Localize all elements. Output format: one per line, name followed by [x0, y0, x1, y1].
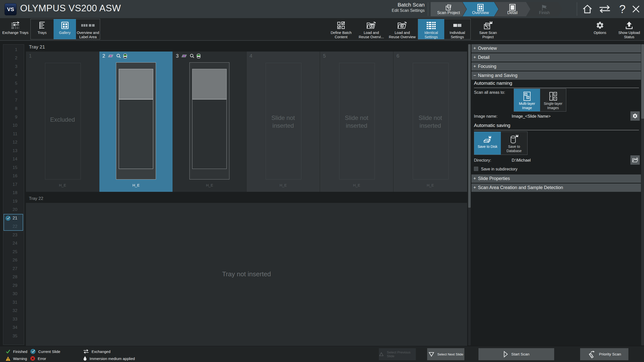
exchange-trays-button[interactable]: Exchange Trays: [2, 19, 29, 39]
folder-reuse-image-icon: [397, 21, 407, 30]
slide-slot-2[interactable]: 2 H_E: [99, 52, 173, 192]
help-icon[interactable]: ?: [617, 4, 628, 15]
tray-list-item-11[interactable]: 11: [3, 130, 24, 138]
start-scan-button[interactable]: Start Scan: [478, 348, 554, 360]
tray-list-item-30[interactable]: 30: [3, 290, 24, 298]
section-label: Scan Area Creation and Sample Detection: [478, 185, 563, 190]
select-previous-slide-button[interactable]: Select Previous Slide: [379, 348, 416, 360]
tray-list-item-9[interactable]: 9: [3, 113, 24, 121]
tray-list-item-29[interactable]: 29: [3, 281, 24, 290]
layer-mode-group: Multi-layer Image Single-layer Images: [514, 88, 566, 112]
tray-list-item-17[interactable]: 17: [3, 180, 24, 189]
gallery-icon: [61, 21, 69, 30]
priority-scan-button[interactable]: Priority Scan: [580, 348, 628, 360]
image-name-label: Image name:: [474, 114, 497, 119]
save-subdirectory-checkbox[interactable]: [474, 167, 478, 171]
tray-list-item-21[interactable]: 21: [3, 214, 24, 222]
tray-list-item-24[interactable]: 24: [3, 239, 24, 248]
tray-list-item-14[interactable]: 14: [3, 155, 24, 164]
slide-slot-3[interactable]: 3 H_E: [173, 52, 247, 192]
step-finish[interactable]: Finish: [527, 2, 562, 16]
define-batch-content-button[interactable]: Define Batch Content: [327, 19, 355, 39]
tray-list-item-6[interactable]: 6: [3, 88, 24, 96]
gear-icon: [632, 113, 638, 119]
automatic-naming-header: Automatic naming: [474, 80, 512, 86]
slide-slot-6[interactable]: 6 Slide not inserted H_E: [393, 52, 467, 192]
tray-list-item-35[interactable]: 35: [3, 332, 24, 340]
tray-list-item-22[interactable]: 22: [3, 222, 24, 231]
show-upload-status-button[interactable]: Show Upload Status: [614, 19, 644, 39]
slide-thumbnail-icon: [107, 54, 114, 58]
view-trays-button[interactable]: Trays: [31, 19, 54, 39]
slide-slot-1[interactable]: 1 Excluded H_E: [26, 52, 99, 192]
magnifier-icon[interactable]: [116, 54, 121, 58]
tray-list-item-13[interactable]: 13: [3, 147, 24, 155]
tray-list-item-7[interactable]: 7: [3, 96, 24, 105]
slot-number: 6: [396, 53, 399, 59]
tray-list-item-18[interactable]: 18: [3, 189, 24, 197]
tray-list-item-27[interactable]: 27: [3, 264, 24, 273]
step-scan-project[interactable]: Scan Project: [431, 2, 466, 16]
tray-list-item-31[interactable]: 31: [3, 298, 24, 307]
tray-list-item-25[interactable]: 25: [3, 248, 24, 256]
tray-list-item-28[interactable]: 28: [3, 273, 24, 282]
view-gallery-button[interactable]: Gallery: [54, 19, 76, 39]
slide-slot-5[interactable]: 5 Slide not inserted H_E: [320, 52, 393, 192]
switch-view-icon[interactable]: [597, 4, 613, 15]
tray-list-item-1[interactable]: 1: [3, 46, 24, 54]
tray-list-item-20[interactable]: 20: [3, 206, 24, 214]
home-icon[interactable]: [581, 4, 594, 15]
step-detail[interactable]: Detail: [495, 2, 530, 16]
step-overview[interactable]: Overview: [463, 2, 498, 16]
tray-list-item-12[interactable]: 12: [3, 138, 24, 147]
options-button[interactable]: Options: [592, 19, 608, 39]
button-label: Start Scan: [511, 352, 529, 356]
triangle-down-icon: [428, 351, 434, 357]
tray-list-item-15[interactable]: 15: [3, 163, 24, 172]
tray-list-item-4[interactable]: 4: [3, 71, 24, 79]
slide-slot-4[interactable]: 4 Slide not inserted H_E: [247, 52, 320, 192]
section-scan-area-creation[interactable]: + Scan Area Creation and Sample Detectio…: [471, 184, 641, 192]
section-detail[interactable]: + Detail: [471, 53, 641, 62]
tray-list-item-16[interactable]: 16: [3, 172, 24, 180]
title-bar: VS OLYMPUS VS200 ASW Batch Scan Edit Sca…: [0, 0, 644, 18]
load-reuse-overview-button[interactable]: Load and Reuse Overview: [387, 19, 418, 39]
view-overview-label-button[interactable]: Overview and Label Area: [76, 19, 100, 39]
tray-list-item-32[interactable]: 32: [3, 307, 24, 315]
select-next-slide-button[interactable]: Select Next Slide: [427, 348, 464, 360]
close-icon[interactable]: [630, 4, 642, 15]
tray-list-item-26[interactable]: 26: [3, 256, 24, 265]
multi-layer-image-button[interactable]: Multi-layer Image: [514, 89, 540, 111]
image-name-settings-button[interactable]: [630, 111, 640, 121]
gear-icon: [596, 21, 604, 30]
section-naming-saving[interactable]: − Naming and Saving: [471, 71, 641, 80]
magnifier-icon[interactable]: [190, 54, 194, 58]
save-to-database-button[interactable]: Save to Database: [501, 132, 527, 155]
save-to-disk-button[interactable]: Save to Disk: [474, 132, 501, 155]
section-focusing[interactable]: + Focusing: [471, 62, 641, 71]
tray-list-item-33[interactable]: 33: [3, 315, 24, 324]
section-slide-properties[interactable]: + Slide Properties: [471, 174, 641, 183]
tray-list-item-3[interactable]: 3: [3, 62, 24, 71]
tray-list-item-34[interactable]: 34: [3, 324, 24, 332]
save-scan-project-button[interactable]: Save Scan Project: [474, 19, 502, 39]
single-layer-images-button[interactable]: Single-layer Images: [540, 89, 566, 111]
tray-list-item-8[interactable]: 8: [3, 105, 24, 113]
upload-icon: [625, 21, 633, 30]
overview-label-area-icon: [81, 21, 95, 30]
individual-settings-button[interactable]: Individual Settings: [444, 19, 470, 39]
tray-list-item-19[interactable]: 19: [3, 197, 24, 206]
button-label: Save to Database: [507, 145, 522, 153]
panel-scrollbar-thumb[interactable]: [641, 44, 644, 119]
tray22-title: Tray 22: [29, 196, 43, 201]
identical-settings-button[interactable]: Identical Settings: [418, 19, 444, 39]
tray-list-item-23[interactable]: 23: [3, 231, 24, 239]
tray-list-item-5[interactable]: 5: [3, 79, 24, 88]
tray-list-item-2[interactable]: 2: [3, 54, 24, 63]
browse-directory-button[interactable]: [630, 155, 640, 165]
load-reuse-overviews-button[interactable]: Load and Reuse Overvi...: [356, 19, 387, 39]
tray-list-item-10[interactable]: 10: [3, 121, 24, 130]
gallery-scrollbar-thumb[interactable]: [468, 44, 471, 208]
slot-number: 4: [250, 53, 252, 59]
section-overview[interactable]: + Overview: [471, 44, 641, 53]
